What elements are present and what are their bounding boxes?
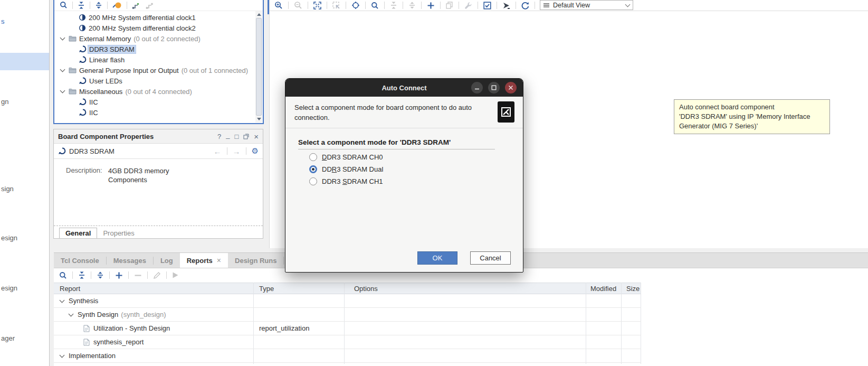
radio-ddr3-sdram-ch1[interactable]: DDR3 SDRAM CH1 (309, 177, 383, 185)
dialog-title: Auto Connect (381, 84, 426, 92)
tree-item-iic[interactable]: IIC (54, 97, 255, 107)
refresh-icon[interactable] (521, 2, 529, 10)
back-arrow-icon[interactable]: ← (214, 147, 222, 156)
disconnect-icon[interactable] (146, 1, 155, 9)
gear-icon[interactable]: ⚙ (252, 146, 259, 156)
tree-group-gpio[interactable]: General Purpose Input or Output (0 out o… (54, 65, 255, 76)
add-ip-icon[interactable] (427, 2, 435, 10)
search-icon[interactable] (59, 271, 67, 279)
tab-reports[interactable]: Reports× (180, 253, 228, 268)
maximize-button[interactable] (488, 82, 500, 93)
run-autoconnect-icon[interactable] (502, 2, 510, 10)
float-icon[interactable] (243, 134, 249, 139)
tree-group-label: Miscellaneous (79, 88, 122, 96)
cancel-button[interactable]: Cancel (470, 251, 511, 265)
tree-group-external-memory[interactable]: External Memory (0 out of 2 connected) (54, 33, 255, 44)
tab-design-runs[interactable]: Design Runs (228, 253, 283, 268)
radio-icon[interactable] (309, 177, 317, 185)
autofit-icon[interactable] (351, 1, 360, 10)
chevron-down-icon[interactable] (60, 352, 65, 358)
view-selector-dropdown[interactable]: Default View (540, 0, 633, 10)
radio-icon[interactable] (309, 153, 317, 161)
scroll-up-icon[interactable] (257, 13, 261, 16)
close-button[interactable] (505, 82, 517, 93)
expand-all-icon[interactable] (95, 2, 102, 9)
flow-navigator-item-fragment[interactable]: esign (1, 284, 17, 292)
zoom-out-icon[interactable] (294, 1, 302, 10)
tree-item-clock1[interactable]: 200 MHz System differential clock1 (54, 12, 255, 23)
ok-button[interactable]: OK (417, 251, 457, 265)
table-row-synthesis[interactable]: Synthesis (54, 294, 641, 308)
radio-ddr3-sdram-dual[interactable]: DDR3 SDRAM Dual (309, 165, 383, 173)
collapse-all-icon[interactable] (78, 2, 85, 9)
maximize-icon[interactable]: □ (234, 133, 239, 140)
column-type[interactable]: Type (259, 285, 274, 293)
tab-log[interactable]: Log (154, 253, 180, 268)
collapse-all-icon[interactable] (78, 271, 85, 279)
flow-navigator-item-fragment[interactable]: s (1, 17, 5, 25)
show-connected-toggle-icon[interactable] (112, 2, 122, 9)
flow-navigator-selected-item[interactable] (0, 53, 49, 70)
chevron-down-icon[interactable] (69, 311, 74, 316)
validate-design-icon[interactable] (483, 2, 491, 10)
connect-icon[interactable] (132, 1, 141, 9)
tree-group-count: (0 out of 2 connected) (133, 35, 200, 43)
tree-item-linear-flash[interactable]: Linear flash (54, 54, 255, 65)
copy-icon[interactable] (446, 2, 453, 9)
settings-wrench-icon[interactable] (464, 2, 472, 10)
flow-navigator-item-fragment[interactable]: gn (1, 98, 8, 106)
table-row-impl-1[interactable]: impl_1 (54, 363, 641, 366)
tab-general[interactable]: General (59, 228, 97, 238)
tree-group-miscellaneous[interactable]: Miscellaneous (0 out of 4 connected) (54, 86, 255, 97)
tree-item-user-leds[interactable]: User LEDs (54, 76, 255, 86)
chevron-down-icon[interactable] (60, 35, 65, 41)
table-row-synthesis-report[interactable]: synthesis_report (54, 335, 641, 349)
radio-ddr3-sdram-ch0[interactable]: DDR3 SDRAM CH0 (309, 153, 383, 161)
tree-item-clock2[interactable]: 200 MHz System differential clock2 (54, 23, 255, 33)
zoom-to-selection-icon[interactable] (332, 2, 340, 10)
board-tree: 200 MHz System differential clock1 200 M… (54, 11, 255, 123)
run-play-icon[interactable] (172, 271, 179, 279)
table-row-implementation[interactable]: Implementation (54, 349, 641, 363)
dialog-titlebar[interactable]: Auto Connect (285, 79, 523, 97)
remove-report-icon[interactable] (134, 271, 142, 279)
collapse-all-icon[interactable] (390, 2, 397, 9)
flow-navigator-item-fragment[interactable]: esign (1, 234, 17, 242)
edit-pencil-icon[interactable] (153, 271, 161, 279)
zoom-in-icon[interactable] (274, 1, 283, 10)
tooltip-line: 'DDR3 SDRAM' using IP 'Memory Interface (679, 112, 825, 121)
help-icon[interactable]: ? (217, 133, 221, 140)
flow-navigator-item-fragment[interactable]: ager (1, 334, 15, 342)
chevron-down-icon[interactable] (60, 297, 65, 303)
search-icon[interactable] (371, 2, 379, 10)
column-modified[interactable]: Modified (590, 285, 616, 293)
column-report[interactable]: Report (60, 285, 80, 293)
expand-all-icon[interactable] (97, 271, 104, 279)
tab-messages[interactable]: Messages (107, 253, 153, 268)
expand-all-icon[interactable] (408, 2, 416, 9)
forward-arrow-icon[interactable]: → (233, 147, 241, 156)
zoom-fit-icon[interactable] (313, 2, 321, 10)
column-options[interactable]: Options (354, 285, 378, 293)
column-size[interactable]: Size (626, 285, 640, 293)
tab-tcl-console[interactable]: Tcl Console (54, 253, 106, 268)
tree-item-iic[interactable]: IIC (54, 107, 255, 118)
flow-navigator-item-fragment[interactable]: sign (1, 185, 14, 193)
minimize-icon[interactable]: _ (226, 131, 230, 139)
close-tab-icon[interactable]: × (217, 256, 221, 265)
chevron-down-icon[interactable] (60, 67, 65, 72)
minimize-button[interactable] (471, 82, 483, 93)
table-row-synth-design[interactable]: Synth Design (synth_design) (54, 308, 641, 322)
tree-item-ddr3-sdram[interactable]: DDR3 SDRAM (54, 44, 255, 54)
scroll-down-icon[interactable] (257, 118, 261, 120)
tree-scrollbar[interactable] (255, 11, 262, 123)
add-report-icon[interactable] (115, 271, 123, 279)
clock-icon (79, 14, 86, 21)
tab-properties[interactable]: Properties (97, 228, 140, 238)
search-icon[interactable] (60, 1, 68, 9)
scrollbar-thumb[interactable] (256, 18, 262, 116)
table-row-utilization[interactable]: Utilization - Synth Design report_utiliz… (54, 322, 641, 335)
close-icon[interactable]: × (254, 132, 259, 141)
chevron-down-icon[interactable] (60, 88, 65, 93)
radio-icon-selected[interactable] (309, 165, 317, 173)
